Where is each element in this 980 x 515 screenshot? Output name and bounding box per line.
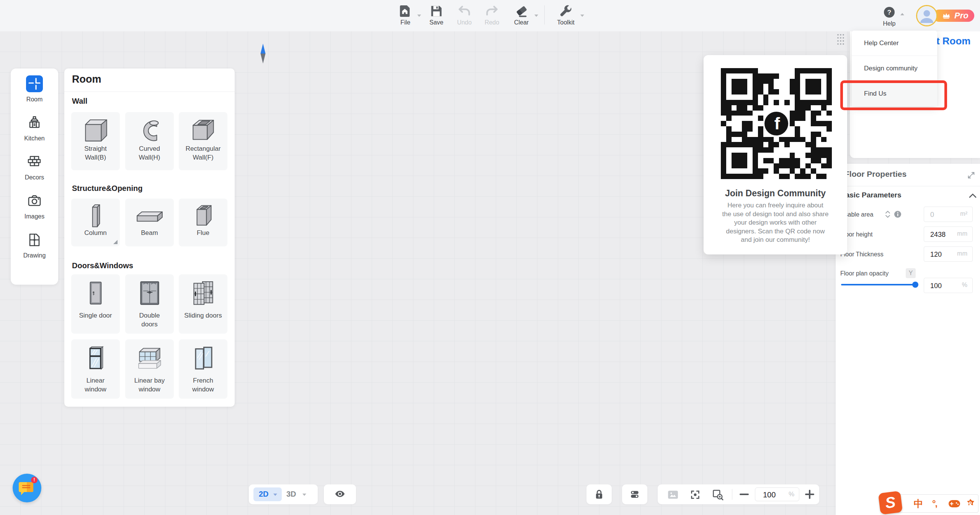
save-label: Save [424, 19, 449, 26]
chevron-up-icon[interactable] [969, 193, 977, 198]
clear-caret-icon[interactable] [534, 15, 538, 17]
sort-icon[interactable] [885, 210, 891, 218]
info-icon[interactable] [894, 210, 902, 218]
room-panel-title: Room [72, 73, 101, 85]
sidebar-item-drawing[interactable]: Drawing [11, 231, 58, 270]
redo-label: Redo [480, 19, 504, 26]
file-label: File [393, 19, 418, 26]
zoom-toolbar: % [658, 484, 819, 504]
zoom-to-area-icon[interactable] [712, 489, 724, 500]
toolkit-caret-icon[interactable] [580, 15, 584, 17]
lock-button[interactable] [586, 484, 612, 504]
notification-badge: ! [31, 477, 38, 483]
sogou-ime-logo[interactable]: S [878, 491, 903, 515]
ime-chinese-mode-button[interactable]: 中 [914, 495, 923, 512]
help-dropdown-menu: Help Center Design community Find Us [852, 31, 937, 106]
zoom-in-button[interactable] [805, 489, 815, 499]
mode-3d-button[interactable]: 3D [286, 490, 296, 499]
zoom-input[interactable] [755, 488, 792, 502]
mode-2d-label: 2D [259, 490, 269, 499]
menu-item-design-community[interactable]: Design community [852, 56, 937, 81]
expand-panel-icon[interactable] [967, 171, 975, 179]
help-caret-icon[interactable] [900, 13, 904, 15]
mode-3d-caret-icon[interactable] [302, 494, 306, 496]
sidebar-item-decors[interactable]: Decors [11, 153, 58, 192]
sidebar-item-images[interactable]: Images [11, 192, 58, 231]
section-title-structure: Structure&Opening [72, 184, 142, 193]
sidebar-item-room[interactable]: Room [11, 75, 58, 114]
toolkit-button[interactable]: Toolkit [552, 4, 579, 26]
section-title-doors-windows: Doors&Windows [72, 261, 133, 270]
save-button[interactable]: Save [424, 4, 449, 26]
qr-code: f [721, 68, 832, 179]
catalog-item-double-doors[interactable]: Double doors [125, 274, 174, 334]
help-button[interactable]: ? Help [879, 4, 900, 27]
usable-area-input-group: m² [924, 207, 973, 222]
floor-thickness-label: Floor Thickness [840, 251, 884, 258]
panel-divider [64, 91, 235, 92]
tile-label: Straight Wall(B) [77, 144, 115, 162]
tile-label: Sliding doors [184, 311, 222, 320]
save-icon [429, 4, 444, 18]
catalog-item-french-window[interactable]: French window [179, 339, 227, 399]
catalog-item-single-door[interactable]: Single door [71, 274, 120, 334]
opacity-input[interactable] [924, 278, 965, 293]
clear-button[interactable]: Clear [509, 4, 534, 26]
undo-button[interactable]: Undo [452, 4, 477, 26]
question-icon: ? [884, 5, 895, 20]
catalog-item-sliding-doors[interactable]: Sliding doors [179, 274, 227, 334]
menu-item-find-us[interactable]: Find Us [852, 81, 937, 106]
zoom-out-button[interactable] [739, 490, 750, 499]
sidebar-kitchen-label: Kitchen [11, 135, 58, 142]
left-sidebar: Room Kitchen Decors [11, 68, 58, 285]
avatar[interactable] [916, 5, 938, 26]
catalog-item-flue[interactable]: Flue [179, 199, 227, 246]
redo-button[interactable]: Redo [480, 4, 504, 26]
layers-toggle-button[interactable] [622, 484, 647, 504]
catalog-item-rectangular-wall[interactable]: Rectangular Wall(F) [179, 112, 227, 170]
opacity-slider-handle[interactable] [912, 282, 918, 288]
catalog-item-linear-bay-window[interactable]: Linear bay window [125, 339, 174, 399]
catalog-item-beam[interactable]: Beam [125, 199, 174, 246]
file-caret-icon[interactable] [417, 15, 421, 17]
drag-handle-icon[interactable] [836, 33, 845, 46]
section-title-wall: Wall [72, 97, 87, 106]
crown-icon [942, 12, 951, 19]
ime-punctuation-button[interactable]: °, [932, 495, 937, 512]
catalog-item-curved-wall[interactable]: Curved Wall(H) [125, 112, 174, 170]
lock-icon [594, 489, 604, 500]
svg-text:?: ? [887, 9, 891, 16]
usable-area-unit: m² [960, 210, 967, 217]
focus-center-icon[interactable] [690, 489, 701, 500]
pro-badge[interactable]: Pro [933, 10, 974, 22]
minus-icon [740, 494, 749, 495]
basic-parameters-title: Basic Parameters [840, 191, 902, 199]
menu-item-help-center[interactable]: Help Center [852, 31, 937, 56]
toolbar-divider [732, 489, 732, 500]
usable-area-input[interactable] [924, 207, 965, 222]
file-button[interactable]: File [393, 4, 418, 26]
user-avatar-icon [917, 6, 936, 25]
straight-wall-icon [80, 117, 111, 147]
file-icon [398, 4, 413, 18]
view-mode-toggle: 2D 3D [249, 484, 318, 504]
toggles-icon [629, 489, 640, 499]
ime-game-mode-icon[interactable] [948, 499, 960, 508]
qr-popup-description: Here you can freely inquire about the us… [709, 201, 841, 244]
ime-skin-icon[interactable] [965, 499, 975, 509]
catalog-item-straight-wall[interactable]: Straight Wall(B) [71, 112, 120, 170]
visibility-button[interactable] [324, 484, 356, 504]
catalog-item-linear-window[interactable]: Linear window [71, 339, 120, 399]
redo-icon [485, 4, 499, 18]
eye-icon [335, 489, 345, 499]
mode-2d-button[interactable]: 2D [253, 487, 282, 501]
opacity-slider[interactable] [841, 284, 915, 285]
support-chat-button[interactable]: ! [13, 474, 41, 502]
floor-height-input-group: mm [924, 227, 973, 242]
toolbar-divider [544, 5, 545, 24]
panel-divider [836, 186, 980, 186]
catalog-item-column[interactable]: Column [71, 199, 120, 246]
sidebar-item-kitchen[interactable]: Kitchen [11, 114, 58, 153]
background-image-icon[interactable] [668, 490, 678, 499]
linear-bay-window-icon [134, 344, 165, 374]
